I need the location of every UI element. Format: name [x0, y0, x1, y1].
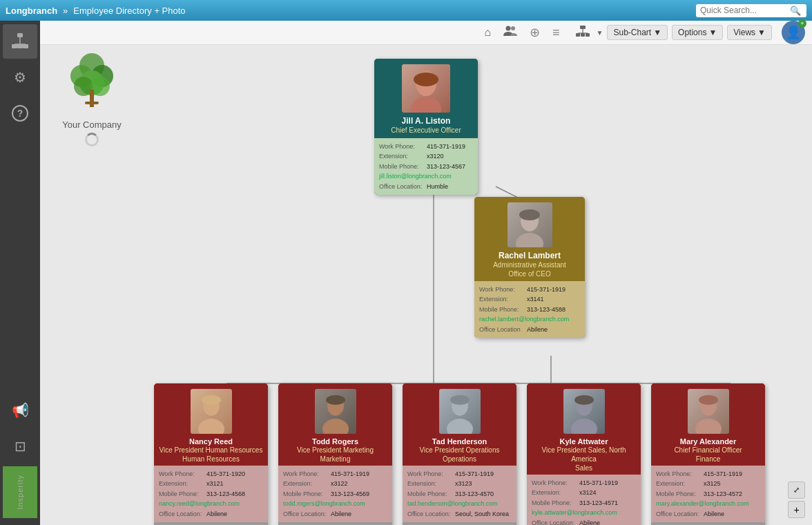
home-button[interactable]: ⌂	[480, 24, 495, 41]
search-icon[interactable]: 🔍	[790, 6, 801, 16]
fullscreen-button[interactable]: ⤢	[788, 481, 805, 499]
vp-card-3[interactable]: Kyle Attwater Vice President Sales, Nort…	[527, 383, 641, 525]
svg-rect-21	[85, 102, 99, 104]
org-toggle-button[interactable]	[571, 23, 594, 42]
svg-rect-2	[17, 44, 23, 48]
zoom-controls: ⤢ +	[788, 481, 805, 518]
toolbar: ⌂ ⊕ ≡ ▼ Sub-Chart ▼ Options ▼	[40, 21, 812, 45]
vp-body-2: Work Phone: 415-371-1919 Extension: x312…	[403, 466, 516, 522]
breadcrumb-company[interactable]: Longbranch	[6, 6, 57, 16]
vp-card-2[interactable]: Tad Henderson Vice President Operations …	[403, 383, 516, 525]
options-label: Options	[678, 28, 706, 37]
svg-rect-20	[90, 90, 94, 107]
people-button[interactable]	[499, 23, 521, 42]
ceo-card[interactable]: Jill A. Liston Chief Executive Officer W…	[374, 59, 478, 195]
zoom-in-button[interactable]: +	[788, 501, 805, 518]
vp-email-1[interactable]: todd.rogers@longbranch.com	[283, 499, 387, 508]
subchart-label: Sub-Chart	[613, 28, 651, 37]
admin-title: Administrative Assistant	[490, 260, 570, 269]
search-box[interactable]: 🔍	[696, 4, 806, 17]
admin-email[interactable]: rachel.lambert@longbranch.com	[479, 314, 580, 324]
svg-point-47	[571, 419, 597, 434]
options-dropdown[interactable]: Options ▼	[672, 25, 723, 40]
vp-email-2[interactable]: tad.henderson@longbranch.com	[407, 499, 512, 508]
settings-icon: ⚙	[14, 69, 26, 86]
avatar-add-badge: +	[798, 19, 806, 28]
vp-expand-0[interactable]: ▼	[154, 522, 268, 525]
ceo-ext: x3120	[427, 151, 444, 161]
vp-photo-svg-2	[439, 389, 481, 434]
vp-office-row-2: Office Location: Seoul, South Korea	[407, 509, 512, 519]
admin-ext-label: Extension:	[479, 294, 524, 304]
list-button[interactable]: ≡	[548, 23, 564, 42]
sidebar-item-settings[interactable]: ⚙	[3, 60, 37, 95]
svg-point-50	[695, 419, 722, 434]
vp-photo-3	[563, 389, 605, 434]
vp-work-row-1: Work Phone: 415-371-1919	[283, 469, 387, 479]
sidebar-item-orgchart[interactable]	[3, 24, 37, 59]
admin-office: Abilene	[527, 325, 548, 334]
ceo-ext-row: Extension: x3120	[379, 151, 473, 161]
sidebar-item-apps[interactable]: ⊡	[3, 429, 37, 464]
vp-name-0: Nancy Reed	[189, 437, 233, 446]
admin-office-label: Office Location	[479, 325, 524, 334]
vp-office-row-0: Office Location: Abilene	[159, 509, 263, 519]
admin-card[interactable]: Rachel Lambert Administrative Assistant …	[474, 197, 585, 338]
insperity-brand: Insperity	[3, 466, 37, 518]
vp-expand-4[interactable]: ▼	[651, 522, 765, 525]
vp-ext-row-3: Extension: x3124	[532, 488, 636, 497]
vp-title-1: Vice President Marketing	[293, 446, 377, 455]
vp-email-3[interactable]: kyle.attwater@longbranch.com	[532, 508, 636, 517]
user-avatar-area[interactable]: 👤 +	[782, 21, 805, 44]
vp-body-3: Work Phone: 415-371-1919 Extension: x312…	[527, 475, 641, 525]
ceo-office-row: Office Location: Humble	[379, 182, 473, 191]
vp-email-0[interactable]: nancy.reed@longbranch.com	[159, 499, 263, 508]
ceo-title: Chief Executive Officer	[387, 126, 465, 135]
vp-name-2: Tad Henderson	[432, 437, 487, 446]
ceo-office: Humble	[427, 182, 448, 191]
ceo-mobile: 313-123-4567	[427, 162, 465, 171]
vp-expand-2[interactable]: ▼	[403, 522, 516, 525]
vp-name-4: Mary Alexander	[680, 437, 737, 446]
admin-card-wrapper: Rachel Lambert Administrative Assistant …	[474, 197, 585, 338]
vp-mobile-row-4: Mobile Phone: 313-123-4572	[656, 489, 760, 499]
ceo-email[interactable]: jill.liston@longbranch.com	[379, 171, 473, 181]
admin-work-phone-row: Work Phone: 415-371-1919	[479, 285, 580, 294]
vp-office-row-1: Office Location: Abilene	[283, 509, 387, 519]
vp-name-1: Todd Rogers	[312, 437, 358, 446]
vp-card-1[interactable]: Todd Rogers Vice President Marketing Mar…	[278, 383, 392, 525]
vp-ext-row-2: Extension: x3123	[407, 479, 512, 488]
vp-photo-1	[315, 389, 356, 434]
vp-card-4[interactable]: Mary Alexander Chief Financial Officer F…	[651, 383, 765, 525]
org-icon	[575, 25, 590, 37]
subchart-dropdown[interactable]: Sub-Chart ▼	[607, 25, 668, 40]
search-input[interactable]	[700, 6, 790, 15]
admin-name: Rachel Lambert	[499, 251, 561, 260]
breadcrumb-separator: »	[63, 6, 68, 16]
vp-mobile-row-2: Mobile Phone: 313-123-4570	[407, 489, 512, 499]
insperity-label: Insperity	[16, 469, 24, 515]
views-dropdown[interactable]: Views ▼	[727, 25, 772, 40]
vp-photo-4	[688, 389, 729, 434]
vp-header-4: Mary Alexander Chief Financial Officer F…	[651, 383, 765, 466]
vp-photo-0	[191, 389, 232, 434]
vp-title-0: Vice President Human Resources	[156, 446, 267, 455]
vp-expand-1[interactable]: ▼	[278, 522, 392, 525]
admin-card-body: Work Phone: 415-371-1919 Extension: x314…	[474, 281, 585, 338]
sidebar-item-help[interactable]: ?	[3, 96, 37, 131]
sidebar-item-announce[interactable]: 📢	[3, 393, 37, 428]
svg-point-33	[414, 73, 438, 86]
vp-header-3: Kyle Attwater Vice President Sales, Nort…	[527, 383, 641, 475]
admin-work-phone-label: Work Phone:	[479, 285, 524, 294]
org-dropdown-arrow[interactable]: ▼	[597, 29, 603, 37]
vp-cards-row: Nancy Reed Vice President Human Resource…	[154, 383, 765, 525]
vp-email-4[interactable]: mary.alexander@longbranch.com	[656, 499, 760, 508]
vp-card-0[interactable]: Nancy Reed Vice President Human Resource…	[154, 383, 268, 525]
svg-point-35	[516, 233, 543, 247]
svg-rect-10	[581, 33, 585, 37]
svg-point-38	[198, 419, 224, 434]
vp-office-row-4: Office Location: Abilene	[656, 509, 760, 519]
svg-point-41	[322, 419, 349, 434]
add-button[interactable]: ⊕	[525, 23, 544, 42]
ceo-name: Jill A. Liston	[402, 116, 451, 126]
